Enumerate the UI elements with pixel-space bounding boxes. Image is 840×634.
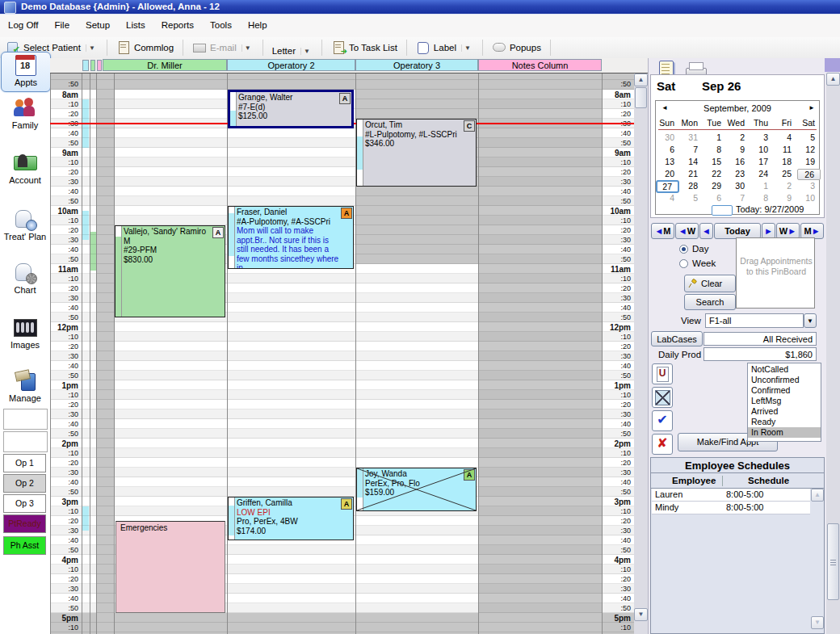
appointment-joy[interactable]: Joy, WandaPerEx, Pro, Flo$159.00A <box>356 468 477 511</box>
calendar-day[interactable]: 22 <box>704 169 727 178</box>
status-item-notcalled[interactable]: NotCalled <box>748 364 821 375</box>
op-button-op3[interactable]: Op 3 <box>3 494 46 513</box>
calendar-day[interactable]: 16 <box>727 157 750 166</box>
pinboard[interactable]: Drag Appointments to this PinBoard <box>736 237 815 309</box>
schedule-scroll-down-button[interactable]: ▼ <box>634 608 648 621</box>
dropdown-arrow-icon[interactable]: ▼ <box>461 44 473 52</box>
menu-item-reports[interactable]: Reports <box>153 15 202 35</box>
calendar-day[interactable]: 8 <box>704 145 727 154</box>
calendar-day[interactable]: 10 <box>797 193 821 203</box>
schedule-scrollbar-thumb[interactable] <box>635 87 647 108</box>
status-item-inroom[interactable]: In Room <box>748 427 821 438</box>
status-item-ready[interactable]: Ready <box>748 417 821 427</box>
calendar-day[interactable]: 28 <box>680 181 704 191</box>
status-item-confirmed[interactable]: Confirmed <box>748 385 821 396</box>
calendar-day[interactable]: 23 <box>727 169 750 178</box>
to-task-list-button[interactable]: ➜To Task List <box>326 39 402 57</box>
status-item-unconfirmed[interactable]: Unconfirmed <box>748 375 821 385</box>
clear-pinboard-button[interactable]: Clear <box>684 275 736 292</box>
schedule-scroll-up-button[interactable]: ▲ <box>634 73 648 86</box>
menu-item-help[interactable]: Help <box>240 15 275 35</box>
calendar-day[interactable]: 12 <box>797 145 821 154</box>
appointment-grange[interactable]: Grange, Walter#7-E(d)$125.00A <box>228 90 354 128</box>
schedule-scrollbar-track[interactable] <box>634 73 648 634</box>
calendar-day[interactable]: 18 <box>774 157 797 166</box>
calendar-day[interactable]: 5 <box>680 193 704 203</box>
calendar-day[interactable]: 8 <box>750 193 774 203</box>
unscheduled-list-button[interactable]: U <box>652 363 673 384</box>
dropdown-arrow-icon[interactable]: ▼ <box>86 44 98 52</box>
sidebar-module-treatplan[interactable]: Treat' Plan <box>1 207 49 246</box>
menu-item-tools[interactable]: Tools <box>202 15 240 35</box>
column-header-notes-column[interactable]: Notes Column <box>478 59 602 71</box>
menu-item-lists[interactable]: Lists <box>118 15 153 35</box>
calendar-day[interactable]: 11 <box>774 145 797 154</box>
employee-schedule-row[interactable]: Lauren8:00-5:00 <box>652 489 810 502</box>
calendar-day[interactable]: 3 <box>797 181 821 191</box>
status-item-leftmsg[interactable]: LeftMsg <box>748 396 821 406</box>
calendar-day[interactable]: 1 <box>704 132 727 142</box>
today-button[interactable]: Today <box>714 223 761 239</box>
sidebar-module-chart[interactable]: Chart <box>1 260 49 299</box>
calendar-day[interactable]: 14 <box>680 157 704 166</box>
calendar-day[interactable]: 6 <box>657 145 680 154</box>
calendar-day[interactable]: 15 <box>704 157 727 166</box>
radio-day[interactable] <box>679 245 688 254</box>
back-month-button[interactable]: ◄M <box>651 223 674 239</box>
calendar-day[interactable]: 17 <box>750 157 774 166</box>
calendar-day[interactable]: 21 <box>680 169 704 178</box>
column-header-operatory-2[interactable]: Operatory 2 <box>227 59 355 71</box>
popups-button[interactable]: Popups <box>487 39 546 57</box>
view-dropdown[interactable]: F1-all <box>705 313 804 328</box>
panel-scrollbar-thumb[interactable] <box>827 523 839 600</box>
calendar-day[interactable]: 5 <box>797 132 821 142</box>
e-mail-button[interactable]: E-mail▼ <box>187 39 258 57</box>
appointment-fraser[interactable]: Fraser, Daniel#A-Pulpotomy, #A-SSCPriMom… <box>228 206 354 269</box>
back-day-button[interactable]: ◄ <box>699 223 713 239</box>
calendar-day[interactable]: 3 <box>750 132 774 142</box>
pinboard-slot-2[interactable] <box>3 431 48 452</box>
calendar-day[interactable]: 4 <box>657 193 680 203</box>
calendar-day[interactable]: 29 <box>704 181 727 191</box>
calendar-day-today[interactable]: 27 <box>656 180 679 193</box>
op-button-phasst[interactable]: Ph Asst <box>3 536 46 555</box>
calendar-day[interactable]: 25 <box>774 169 797 178</box>
appointment-vallejo[interactable]: Vallejo, 'Sandy' Ramiro M#29-PFM$830.00A <box>115 225 225 317</box>
menu-item-file[interactable]: File <box>47 15 78 35</box>
calendar-day[interactable]: 20 <box>657 169 680 178</box>
provider-tab-3[interactable] <box>97 60 102 71</box>
pinboard-slot-1[interactable] <box>3 409 48 430</box>
commlog-button[interactable]: Commlog <box>111 39 178 57</box>
appointment-griffen[interactable]: Griffen, CamillaLOW EPIPro, PerEx, 4BW$1… <box>228 497 354 540</box>
forward-month-button[interactable]: M► <box>800 223 824 239</box>
calendar-day[interactable]: 24 <box>750 169 774 178</box>
calendar-day[interactable]: 6 <box>704 193 727 203</box>
menu-item-setup[interactable]: Setup <box>78 15 118 35</box>
calendar-day[interactable]: 4 <box>774 132 797 142</box>
letter-button[interactable]: Letter▼ <box>267 42 317 60</box>
calendar-day[interactable]: 10 <box>750 145 774 154</box>
blockout-emergencies[interactable]: Emergencies <box>116 521 225 613</box>
menu-item-log-off[interactable]: Log Off <box>0 15 47 35</box>
op-button-ptready[interactable]: PtReady <box>3 514 46 533</box>
sidebar-module-images[interactable]: Images <box>1 315 49 354</box>
status-item-arrived[interactable]: Arrived <box>748 406 821 417</box>
sidebar-module-appts[interactable]: 18Appts <box>1 52 51 92</box>
calendar-day[interactable]: 30 <box>657 132 680 142</box>
radio-week[interactable] <box>679 259 688 268</box>
employee-scroll-up-button[interactable]: ▲ <box>811 489 824 502</box>
provider-tab-2[interactable] <box>90 60 95 71</box>
calendar-day[interactable]: 7 <box>680 145 704 154</box>
calendar-day[interactable]: 30 <box>727 181 750 191</box>
delete-appointment-button[interactable]: ✘ <box>652 434 673 455</box>
calendar-today-label[interactable]: Today: 9/27/2009 <box>736 204 804 214</box>
schedule-body[interactable]: :508am:10:20:30:40:509am:10:20:30:40:501… <box>50 73 648 634</box>
label-button[interactable]: Label▼ <box>411 39 478 57</box>
appointment-orcut[interactable]: Orcut, Tim#L-Pulpotomy, #L-SSCPri$346.00… <box>356 119 477 187</box>
back-week-button[interactable]: ◄W <box>675 223 699 239</box>
sidebar-module-manage[interactable]: Manage <box>1 368 49 407</box>
calendar-day[interactable]: 2 <box>774 181 797 191</box>
calendar-day[interactable]: 1 <box>750 181 774 191</box>
calendar-day[interactable]: 31 <box>680 132 704 142</box>
calendar-day-selected[interactable]: 26 <box>797 169 821 180</box>
